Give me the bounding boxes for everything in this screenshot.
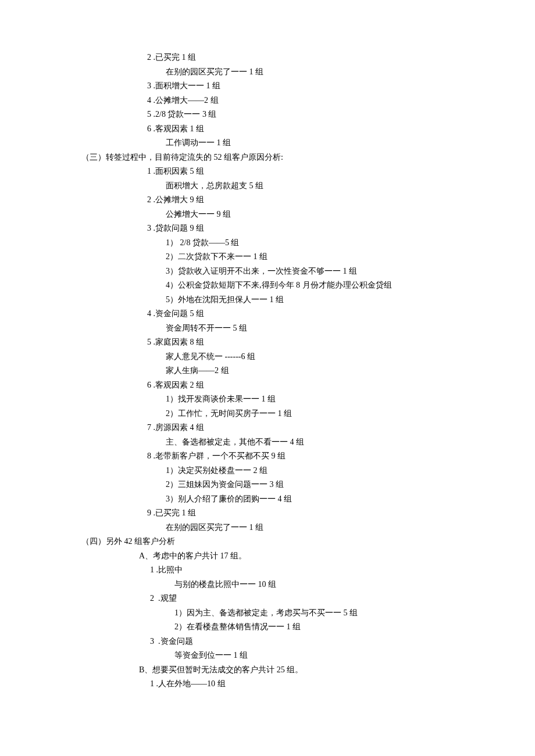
text-line: A、考虑中的客户共计 17 组。 [0, 549, 535, 564]
text-line: 在别的园区买完了一一 1 组 [0, 65, 535, 80]
text-line: 在别的园区买完了一一 1 组 [0, 521, 535, 535]
text-line: 等资金到位一一 1 组 [0, 648, 535, 663]
text-line: 1）因为主、备选都被定走，考虑买与不买一一 5 组 [0, 606, 535, 621]
text-line: 2 .观望 [0, 592, 535, 606]
text-line: （三）转签过程中，目前待定流失的 52 组客户原因分析: [0, 151, 535, 165]
text-line: 7 .房源因素 4 组 [0, 421, 535, 435]
text-line: 与别的楼盘比照中一一 10 组 [0, 578, 535, 592]
text-line: 9 .已买完 1 组 [0, 506, 535, 521]
text-line: 面积增大，总房款超支 5 组 [0, 179, 535, 194]
text-line: 6 .客观因素 2 组 [0, 378, 535, 393]
text-line: 3 .贷款问题 9 组 [0, 221, 535, 236]
text-line: 工作调动一一 1 组 [0, 136, 535, 151]
text-line: 2）二次贷款下不来一一 1 组 [0, 250, 535, 264]
text-line: 2）三姐妹因为资金问题一一 3 组 [0, 478, 535, 492]
text-line: 4 .公摊增大——2 组 [0, 94, 535, 108]
text-line: B、想要买但暂时无法成交的客户共计 25 组。 [0, 663, 535, 678]
text-line: 1 .比照中 [0, 563, 535, 578]
text-line: 公摊增大一一 9 组 [0, 207, 535, 222]
text-line: 2）工作忙，无时间买房子一一 1 组 [0, 407, 535, 421]
text-line: 1）决定买别处楼盘一一 2 组 [0, 464, 535, 478]
text-line: 6 .客观因素 1 组 [0, 122, 535, 137]
text-line: 2 .公摊增大 9 组 [0, 193, 535, 207]
text-line: 4 .资金问题 5 组 [0, 307, 535, 321]
text-line: （四）另外 42 组客户分析 [0, 535, 535, 549]
text-line: 5）外地在沈阳无担保人一一 1 组 [0, 293, 535, 307]
document-page: 2 .已买完 1 组在别的园区买完了一一 1 组3 .面积增大一一 1 组4 .… [0, 0, 535, 726]
text-line: 5 .家庭因素 8 组 [0, 335, 535, 350]
text-line: 2 .已买完 1 组 [0, 51, 535, 65]
text-line: 1）找开发商谈价未果一一 1 组 [0, 392, 535, 407]
text-line: 3）贷款收入证明开不出来，一次性资金不够一一 1 组 [0, 264, 535, 279]
text-line: 家人生病——2 组 [0, 364, 535, 378]
text-line: 3 .面积增大一一 1 组 [0, 79, 535, 94]
text-line: 1 .人在外地——10 组 [0, 677, 535, 691]
text-line: 家人意见不统一 ------6 组 [0, 350, 535, 364]
text-line: 4）公积金贷款短期下不来,得到今年 8 月份才能办理公积金贷组 [0, 278, 535, 293]
text-line: 资金周转不开一一 5 组 [0, 321, 535, 336]
text-line: 1） 2/8 贷款——5 组 [0, 236, 535, 250]
text-line: 5 .2/8 贷款一一 3 组 [0, 108, 535, 122]
text-line: 主、备选都被定走，其他不看一一 4 组 [0, 435, 535, 450]
text-line: 3 .资金问题 [0, 635, 535, 649]
text-line: 3）别人介绍了廉价的团购一一 4 组 [0, 492, 535, 507]
text-line: 2）在看楼盘整体销售情况一一 1 组 [0, 620, 535, 635]
text-line: 1 .面积因素 5 组 [0, 164, 535, 179]
text-line: 8 .老带新客户群，一个不买都不买 9 组 [0, 449, 535, 464]
